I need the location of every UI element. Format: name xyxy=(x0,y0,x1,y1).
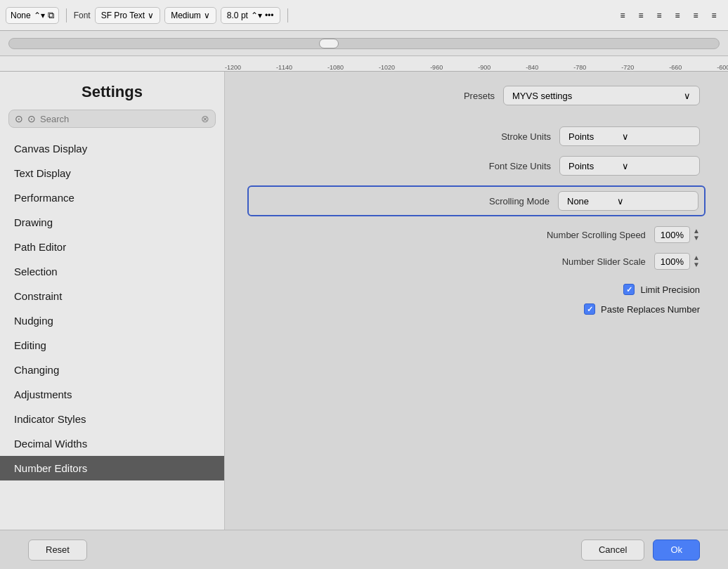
sidebar-item-nudging[interactable]: Nudging xyxy=(0,308,224,333)
none-select-chevrons: ⌃▾ xyxy=(34,11,45,20)
font-size-units-label: Font Size Units xyxy=(489,161,551,171)
align-col2-btn[interactable]: ≡ xyxy=(706,8,722,23)
limit-precision-checkbox[interactable]: ✓ xyxy=(623,284,635,295)
font-size-chevrons: ⌃▾ xyxy=(251,11,262,20)
font-family-value: SF Pro Text xyxy=(101,11,145,20)
font-size-more: ••• xyxy=(265,11,274,20)
scrolling-mode-chevron: ∨ xyxy=(617,196,624,207)
search-bar: ⊙ ⊙ ⊗ xyxy=(8,110,216,128)
font-size-units-value: Points xyxy=(568,161,594,171)
sidebar-item-text-display[interactable]: Text Display xyxy=(0,161,224,185)
sidebar-item-canvas-display[interactable]: Canvas Display xyxy=(0,136,224,161)
ok-button[interactable]: Ok xyxy=(653,539,700,561)
search-forward-icon[interactable]: ⊙ xyxy=(27,113,36,124)
scrolling-speed-value[interactable]: 100% xyxy=(654,226,690,243)
sidebar-item-selection[interactable]: Selection xyxy=(0,259,224,284)
sidebar-item-changing[interactable]: Changing xyxy=(0,358,224,382)
paste-replaces-check-icon: ✓ xyxy=(587,305,593,314)
align-justify-btn[interactable]: ≡ xyxy=(669,8,686,23)
ruler-mark-6: -840 xyxy=(526,64,538,71)
font-weight-value: Medium xyxy=(171,11,201,20)
scrolling-speed-arrows[interactable]: ▲ ▼ xyxy=(693,228,700,242)
presets-chevron: ∨ xyxy=(684,91,691,101)
limit-precision-row: ✓ Limit Precision xyxy=(623,284,700,295)
ruler-mark-2: -1080 xyxy=(327,64,344,71)
paste-replaces-label: Paste Replaces Number xyxy=(601,304,700,315)
sidebar-item-decimal-widths[interactable]: Decimal Widths xyxy=(0,431,224,456)
font-weight-select[interactable]: Medium ∨ xyxy=(164,7,216,24)
toolbar-divider-2 xyxy=(287,8,288,22)
ruler-mark-4: -960 xyxy=(430,64,443,71)
sidebar-item-performance[interactable]: Performance xyxy=(0,185,224,210)
sidebar-item-drawing[interactable]: Drawing xyxy=(0,210,224,235)
font-weight-chevron: ∨ xyxy=(204,11,210,20)
stroke-units-row: Stroke Units Points ∨ xyxy=(253,126,700,146)
form-section: Stroke Units Points ∨ Font Size Units Po… xyxy=(253,126,700,530)
scrolling-speed-row: Number Scrolling Speed 100% ▲ ▼ xyxy=(253,226,700,243)
stroke-units-value: Points xyxy=(568,131,594,142)
font-label: Font xyxy=(74,11,91,20)
ruler-mark-0: -1200 xyxy=(225,64,241,71)
ruler-mark-10: -600 xyxy=(717,64,728,71)
limit-precision-check-icon: ✓ xyxy=(626,285,632,294)
sidebar-item-editing[interactable]: Editing xyxy=(0,333,224,358)
sidebar-item-indicator-styles[interactable]: Indicator Styles xyxy=(0,407,224,431)
presets-select[interactable]: MYVS settings ∨ xyxy=(503,86,700,105)
right-panel: Presets MYVS settings ∨ Stroke Units Poi… xyxy=(225,72,728,530)
scrolling-mode-label: Scrolling Mode xyxy=(489,196,550,207)
font-size-units-chevron: ∨ xyxy=(622,161,629,171)
scroll-track[interactable] xyxy=(8,38,720,49)
slider-scale-stepper: 100% ▲ ▼ xyxy=(654,253,700,270)
stroke-units-label: Stroke Units xyxy=(501,131,551,142)
scrolling-mode-value: None xyxy=(567,196,589,207)
slider-scale-value[interactable]: 100% xyxy=(654,253,690,270)
scroll-slider-area xyxy=(0,31,728,56)
ruler: -1200-1140-1080-1020-960-900-840-780-720… xyxy=(0,56,728,72)
sidebar-item-path-editor[interactable]: Path Editor xyxy=(0,235,224,259)
paste-replaces-checkbox[interactable]: ✓ xyxy=(584,303,595,315)
sidebar-item-constraint[interactable]: Constraint xyxy=(0,284,224,308)
scrolling-speed-label: Number Scrolling Speed xyxy=(547,230,646,240)
none-select[interactable]: None ⌃▾ ⧉ xyxy=(6,7,59,24)
search-clear-icon[interactable]: ⊗ xyxy=(201,113,209,124)
ruler-inner: -1200-1140-1080-1020-960-900-840-780-720… xyxy=(0,64,728,71)
search-back-icon[interactable]: ⊙ xyxy=(15,113,23,124)
presets-label: Presets xyxy=(464,91,495,101)
slider-scale-label: Number Slider Scale xyxy=(562,256,646,267)
cancel-button[interactable]: Cancel xyxy=(581,539,644,561)
reset-button[interactable]: Reset xyxy=(28,539,87,561)
ruler-mark-3: -1020 xyxy=(379,64,395,71)
sidebar-item-number-editors[interactable]: Number Editors xyxy=(0,456,224,480)
slider-scale-row: Number Slider Scale 100% ▲ ▼ xyxy=(253,253,700,270)
ruler-mark-7: -780 xyxy=(573,64,586,71)
font-family-select[interactable]: SF Pro Text ∨ xyxy=(95,7,160,24)
align-col-btn[interactable]: ≡ xyxy=(687,8,704,23)
align-center-btn[interactable]: ≡ xyxy=(632,8,649,23)
font-size-select[interactable]: 8.0 pt ⌃▾ ••• xyxy=(221,7,280,24)
stroke-units-select[interactable]: Points ∨ xyxy=(559,126,700,146)
align-group: ≡ ≡ ≡ ≡ ≡ ≡ xyxy=(614,8,722,23)
bottom-bar: Reset Cancel Ok xyxy=(0,530,728,569)
scroll-thumb[interactable] xyxy=(319,39,339,48)
filter-icon: ⧉ xyxy=(48,10,54,21)
presets-value: MYVS settings xyxy=(512,91,572,101)
slider-scale-arrows[interactable]: ▲ ▼ xyxy=(693,254,700,268)
checkboxes-section: ✓ Limit Precision ✓ Paste Replaces Numbe… xyxy=(253,284,700,315)
sidebar-list: Canvas DisplayText DisplayPerformanceDra… xyxy=(0,133,224,530)
main-area: Settings ⊙ ⊙ ⊗ Canvas DisplayText Displa… xyxy=(0,72,728,530)
toolbar-divider-1 xyxy=(66,8,67,22)
ruler-mark-1: -1140 xyxy=(276,64,292,71)
paste-replaces-row: ✓ Paste Replaces Number xyxy=(584,303,700,315)
sidebar-title: Settings xyxy=(0,72,224,110)
align-right-btn[interactable]: ≡ xyxy=(651,8,668,23)
scrolling-mode-select[interactable]: None ∨ xyxy=(558,191,698,211)
align-left-btn[interactable]: ≡ xyxy=(614,8,631,23)
sidebar-item-adjustments[interactable]: Adjustments xyxy=(0,382,224,407)
scrolling-mode-row: Scrolling Mode None ∨ xyxy=(247,185,706,216)
ruler-mark-9: -660 xyxy=(669,64,682,71)
font-size-value: 8.0 pt xyxy=(227,11,248,20)
main-toolbar: None ⌃▾ ⧉ Font SF Pro Text ∨ Medium ∨ 8.… xyxy=(0,0,728,31)
font-size-units-select[interactable]: Points ∨ xyxy=(559,156,700,176)
scrolling-speed-stepper: 100% ▲ ▼ xyxy=(654,226,700,243)
search-input[interactable] xyxy=(40,114,197,124)
